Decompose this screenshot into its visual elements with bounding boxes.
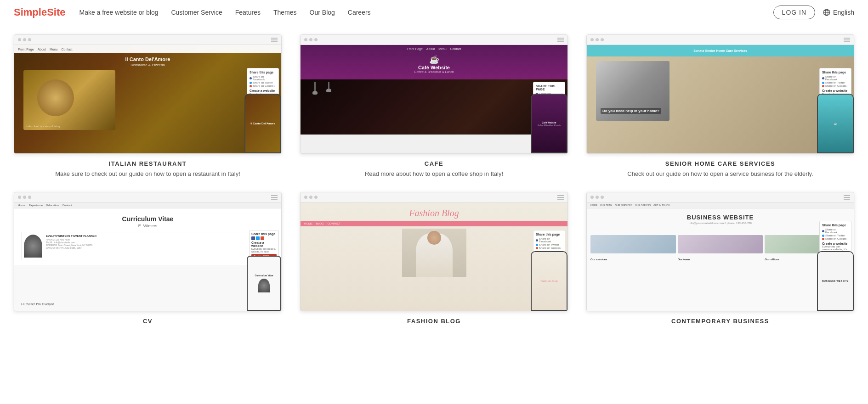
business-mobile-mockup: BUSINESS WEBSITE bbox=[817, 251, 854, 311]
cafe-nav: Front Page About Menu Contact bbox=[301, 47, 567, 50]
theme-preview-business: HOME OUR TEAM OUR SERVICES OUR OFFICES G… bbox=[586, 192, 854, 311]
cafe-cup-icon: ☕ bbox=[429, 55, 439, 65]
logo[interactable]: SimpleSite bbox=[14, 6, 65, 18]
nav-careers[interactable]: Careers bbox=[348, 9, 371, 16]
italian-preview-nav: Front Page About Menu Contact bbox=[14, 45, 281, 53]
senior-bg: Do you need help in your home? bbox=[587, 56, 854, 153]
cafe-bg-image bbox=[301, 79, 567, 135]
globe-icon bbox=[823, 8, 831, 17]
italian-title: ITALIAN RESTAURANT bbox=[109, 160, 187, 167]
theme-card-fashion[interactable]: Fashion Blog HOME BLOG CONTACT bbox=[300, 192, 568, 327]
browser-bar-fashion bbox=[301, 192, 567, 202]
browser-bar-senior bbox=[587, 35, 854, 45]
food-image: Italian food is a way of living bbox=[23, 70, 115, 130]
browser-bar-cafe bbox=[301, 35, 567, 45]
browser-dot-3 bbox=[28, 38, 31, 41]
theme-card-cafe[interactable]: Front Page About Menu Contact ☕ Café Web… bbox=[300, 34, 568, 178]
themes-grid: Front Page About Menu Contact Il Canto D… bbox=[14, 34, 854, 327]
main-nav: Make a free website or blog Customer Ser… bbox=[79, 9, 773, 16]
cv-image-area: Home Experience Education Contact Curric… bbox=[14, 202, 281, 311]
cv-content: Curriculum Vitae E. Winters EVELYN WINTE… bbox=[14, 208, 281, 265]
cafe-title: Café Website bbox=[418, 65, 450, 70]
cafe-mobile-mockup: Café Website Coffee & Breakfast & Lunch bbox=[531, 94, 567, 153]
browser-dot-1 bbox=[18, 38, 21, 41]
italian-bg: Front Page About Menu Contact Il Canto D… bbox=[14, 45, 281, 153]
theme-card-business[interactable]: HOME OUR TEAM OUR SERVICES OUR OFFICES G… bbox=[586, 192, 854, 327]
browser-bar bbox=[14, 35, 281, 45]
nav-our-blog[interactable]: Our Blog bbox=[310, 9, 335, 16]
senior-person-image: Do you need help in your home? bbox=[596, 61, 669, 121]
cv-avatar bbox=[24, 235, 42, 258]
theme-preview-italian: Front Page About Menu Contact Il Canto D… bbox=[14, 34, 282, 154]
browser-bar-business bbox=[587, 192, 854, 202]
senior-mobile-mockup: ☕ bbox=[817, 94, 854, 153]
business-labels: Our services Our team Our offices bbox=[587, 257, 854, 262]
fashion-nav: HOME BLOG CONTACT bbox=[301, 221, 567, 226]
theme-card-italian[interactable]: Front Page About Menu Contact Il Canto D… bbox=[14, 34, 282, 178]
business-image-grid bbox=[587, 231, 854, 257]
senior-image-area: Sonata Senior Home Care Services Do you … bbox=[587, 45, 854, 153]
business-title-label: CONTEMPORARY BUSINESS bbox=[671, 318, 769, 325]
theme-card-cv[interactable]: Home Experience Education Contact Curric… bbox=[14, 192, 282, 327]
cafe-subtitle: Coffee & Breakfast & Lunch bbox=[414, 70, 454, 73]
business-title-area: BUSINESS WEBSITE info@youremailaddress.c… bbox=[587, 208, 854, 227]
nav-customer-service[interactable]: Customer Service bbox=[171, 9, 222, 16]
cv-nav: Home Experience Education Contact bbox=[14, 202, 281, 208]
cafe-desc: Read more about how to open a coffee sho… bbox=[365, 170, 503, 178]
fashion-main-image bbox=[301, 229, 567, 277]
fashion-blog-title: Fashion Blog bbox=[301, 202, 567, 221]
browser-dots bbox=[18, 38, 31, 41]
food-circle bbox=[37, 79, 74, 116]
theme-preview-cv: Home Experience Education Contact Curric… bbox=[14, 192, 282, 311]
nav-themes[interactable]: Themes bbox=[273, 9, 297, 16]
browser-dot-2 bbox=[23, 38, 26, 41]
cafe-image-area: Front Page About Menu Contact ☕ Café Web… bbox=[301, 45, 567, 153]
header: SimpleSite Make a free website or blog C… bbox=[0, 0, 868, 25]
nav-make-free[interactable]: Make a free website or blog bbox=[79, 9, 158, 16]
nav-features[interactable]: Features bbox=[235, 9, 261, 16]
business-image-area: HOME OUR TEAM OUR SERVICES OUR OFFICES G… bbox=[587, 202, 854, 311]
theme-preview-fashion: Fashion Blog HOME BLOG CONTACT bbox=[300, 192, 568, 311]
italian-image-area: Front Page About Menu Contact Il Canto D… bbox=[14, 45, 281, 153]
language-label: English bbox=[833, 9, 854, 16]
browser-bar-cv bbox=[14, 192, 281, 202]
fashion-image-area: Fashion Blog HOME BLOG CONTACT bbox=[301, 202, 567, 311]
cv-info-box: EVELYN WINTERS // EVENT PLANNER PHONE: 1… bbox=[21, 232, 274, 260]
theme-card-senior[interactable]: Sonata Senior Home Care Services Do you … bbox=[586, 34, 854, 178]
theme-preview-cafe: Front Page About Menu Contact ☕ Café Web… bbox=[300, 34, 568, 154]
themes-gallery: Front Page About Menu Contact Il Canto D… bbox=[0, 25, 868, 346]
senior-title-label: SENIOR HOME CARE SERVICES bbox=[665, 160, 776, 167]
theme-preview-senior: Sonata Senior Home Care Services Do you … bbox=[586, 34, 854, 154]
browser-menu bbox=[271, 38, 278, 42]
business-nav: HOME OUR TEAM OUR SERVICES OUR OFFICES G… bbox=[587, 202, 854, 208]
fashion-mobile-mockup: Fashion Blog bbox=[531, 251, 567, 311]
login-button[interactable]: LOG IN bbox=[773, 6, 815, 19]
cafe-title-label: CAFE bbox=[425, 160, 443, 167]
cv-title-label: CV bbox=[143, 318, 153, 325]
senior-nav: Sonata Senior Home Care Services bbox=[587, 45, 854, 56]
cafe-header: Front Page About Menu Contact ☕ Café Web… bbox=[301, 45, 567, 79]
language-selector[interactable]: English bbox=[823, 8, 854, 17]
fashion-title-label: FASHION BLOG bbox=[407, 318, 461, 325]
cv-mobile-mockup: Curriculum Vitae bbox=[247, 256, 281, 311]
italian-heading: Il Canto Del'Amore Ristorante & Pizzeria bbox=[125, 56, 170, 67]
italian-mobile-mockup: Il Canto Del'Amore bbox=[244, 94, 281, 153]
italian-desc: Make sure to check out our guide on how … bbox=[55, 170, 240, 178]
cv-greeting: Hi there! I'm Evelyn! bbox=[21, 302, 54, 306]
senior-desc: Check out our guide on how to open a ser… bbox=[627, 170, 813, 178]
header-right: LOG IN English bbox=[773, 6, 854, 19]
